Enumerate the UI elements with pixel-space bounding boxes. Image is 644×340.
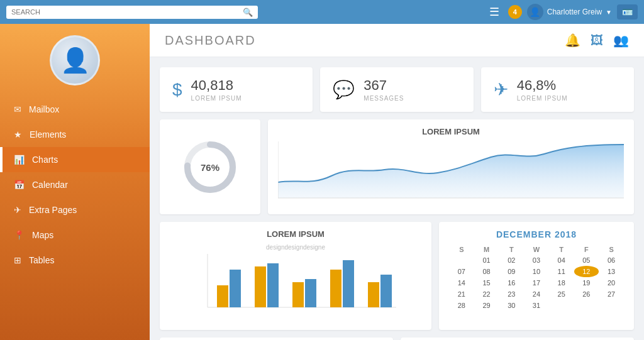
sidebar-label-calendar: Calendar <box>32 180 68 190</box>
users-button[interactable]: 👥 <box>613 33 629 48</box>
sidebar-item-extra-pages[interactable]: ✈ Extra Pages <box>0 197 150 222</box>
stat-cards: $ 40,818 LOREM IPSUM 💬 367 MESSAGES ✈ 46… <box>150 57 644 112</box>
image-button[interactable]: 🖼 <box>591 33 603 48</box>
cal-day[interactable]: 08 <box>474 266 499 277</box>
avatar-area: 👤 <box>50 35 100 85</box>
cal-day[interactable]: 11 <box>549 266 574 277</box>
cal-day[interactable]: 15 <box>474 277 499 288</box>
cal-day[interactable]: 14 <box>449 277 474 288</box>
line-chart-title: LOREM IPSUM <box>278 127 624 136</box>
sidebar-item-calendar[interactable]: 📅 Calendar <box>0 172 150 197</box>
svg-rect-12 <box>330 270 341 307</box>
cal-day[interactable]: 17 <box>524 277 549 288</box>
cal-day[interactable]: 03 <box>524 255 549 266</box>
table-icon: ⊞ <box>14 255 21 265</box>
page-title: DASHBOARD <box>165 33 256 48</box>
svg-rect-8 <box>255 266 266 307</box>
cal-day[interactable]: 13 <box>599 266 624 277</box>
cal-day[interactable]: 16 <box>499 277 524 288</box>
svg-rect-6 <box>217 285 228 307</box>
search-icon[interactable]: 🔍 <box>243 8 253 17</box>
cal-day[interactable]: 27 <box>599 288 624 300</box>
person-icon: 👤 <box>60 47 90 74</box>
bell-button[interactable]: 🔔 <box>565 33 580 48</box>
cal-week-4: 21 22 23 24 25 26 27 <box>449 288 624 300</box>
cal-day[interactable]: 21 <box>449 288 474 300</box>
cal-day[interactable]: 30 <box>499 300 524 311</box>
svg-rect-10 <box>292 282 304 307</box>
sidebar-label-maps: Maps <box>32 230 53 240</box>
cal-day[interactable]: 12 <box>574 266 599 277</box>
search-input[interactable] <box>11 8 239 16</box>
svg-rect-13 <box>343 260 354 307</box>
cal-day[interactable]: 24 <box>524 288 549 300</box>
cal-day[interactable]: 25 <box>549 288 574 300</box>
stat-label-revenue: LOREM IPSUM <box>191 95 242 102</box>
notification-badge[interactable]: 4 <box>508 5 522 19</box>
sidebar-label-charts: Charts <box>32 155 58 165</box>
hamburger-button[interactable]: ☰ <box>486 4 503 20</box>
sidebar-label-elements: Elements <box>30 129 66 140</box>
plane-icon: ✈ <box>494 79 508 100</box>
sidebar-item-tables[interactable]: ⊞ Tables <box>0 248 150 273</box>
sidebar-label-mailbox: Mailbox <box>29 104 59 114</box>
paper-plane-icon: ✈ <box>14 205 21 215</box>
cal-header-wed: W <box>524 244 549 255</box>
user-avatar: 👤 <box>527 4 543 20</box>
cal-header-thu: T <box>549 244 574 255</box>
stat-card-messages: 💬 367 MESSAGES <box>320 67 473 112</box>
cal-day[interactable]: 26 <box>574 288 599 300</box>
stat-value-messages: 367 <box>364 77 404 94</box>
cal-day[interactable]: 04 <box>549 255 574 266</box>
sidebar: 👤 ✉ Mailbox ★ Elements 📊 Charts 📅 Calend… <box>0 24 150 340</box>
cal-day[interactable]: 23 <box>499 288 524 300</box>
calendar-table: S M T W T F S 01 02 <box>449 244 624 311</box>
svg-rect-7 <box>230 270 241 307</box>
mailbox-icon: ✉ <box>14 104 21 114</box>
donut-card: 76% <box>160 119 260 214</box>
cal-day[interactable]: 06 <box>599 255 624 266</box>
sidebar-item-elements[interactable]: ★ Elements <box>0 122 150 147</box>
user-menu[interactable]: 👤 Charlotter Greiw ▼ <box>527 4 612 20</box>
cal-day[interactable]: 05 <box>574 255 599 266</box>
cal-day[interactable]: 10 <box>524 266 549 277</box>
svg-rect-9 <box>267 263 279 307</box>
svg-rect-15 <box>380 275 392 307</box>
cal-week-1: 01 02 03 04 05 06 <box>449 255 624 266</box>
cal-day[interactable]: 02 <box>499 255 524 266</box>
bar-chart <box>170 251 421 320</box>
stat-card-rate: ✈ 46,8% LOREM IPSUM <box>481 67 634 112</box>
nav-list: ✉ Mailbox ★ Elements 📊 Charts 📅 Calendar… <box>0 97 150 273</box>
line-chart <box>278 141 624 204</box>
cal-day <box>599 300 624 311</box>
main-area: 👤 ✉ Mailbox ★ Elements 📊 Charts 📅 Calend… <box>0 24 644 340</box>
sidebar-label-tables: Tables <box>29 255 54 265</box>
avatar: 👤 <box>50 35 100 85</box>
cal-day[interactable]: 29 <box>474 300 499 311</box>
svg-rect-14 <box>368 282 379 307</box>
sidebar-item-charts[interactable]: 📊 Charts <box>0 147 150 172</box>
cal-day[interactable]: 20 <box>599 277 624 288</box>
dollar-icon: $ <box>172 80 182 100</box>
bottom-row: LOREM IPSUM designdesigndesigne <box>150 214 644 337</box>
cal-day[interactable] <box>449 255 474 266</box>
sidebar-item-maps[interactable]: 📍 Maps <box>0 222 150 248</box>
cal-day[interactable]: 07 <box>449 266 474 277</box>
cal-day[interactable]: 18 <box>549 277 574 288</box>
pro-plan-card: PRO PLAN <box>160 337 393 340</box>
cal-day[interactable]: 09 <box>499 266 524 277</box>
cal-day[interactable]: 01 <box>474 255 499 266</box>
total-sales-card: TOTAL SALES <box>401 337 634 340</box>
sidebar-item-mailbox[interactable]: ✉ Mailbox <box>0 97 150 122</box>
cal-day[interactable]: 31 <box>524 300 549 311</box>
username-label: Charlotter Greiw <box>547 8 602 16</box>
chevron-down-icon: ▼ <box>606 9 612 16</box>
cal-day[interactable]: 19 <box>574 277 599 288</box>
bar-chart-card: LOREM IPSUM designdesigndesigne <box>160 222 431 330</box>
donut-chart: 76% <box>182 139 238 195</box>
id-card-button[interactable]: 🪪 <box>617 4 638 19</box>
cal-day[interactable]: 22 <box>474 288 499 300</box>
topbar: 🔍 ☰ 4 👤 Charlotter Greiw ▼ 🪪 <box>0 0 644 24</box>
cal-week-2: 07 08 09 10 11 12 13 <box>449 266 624 277</box>
cal-day[interactable]: 28 <box>449 300 474 311</box>
